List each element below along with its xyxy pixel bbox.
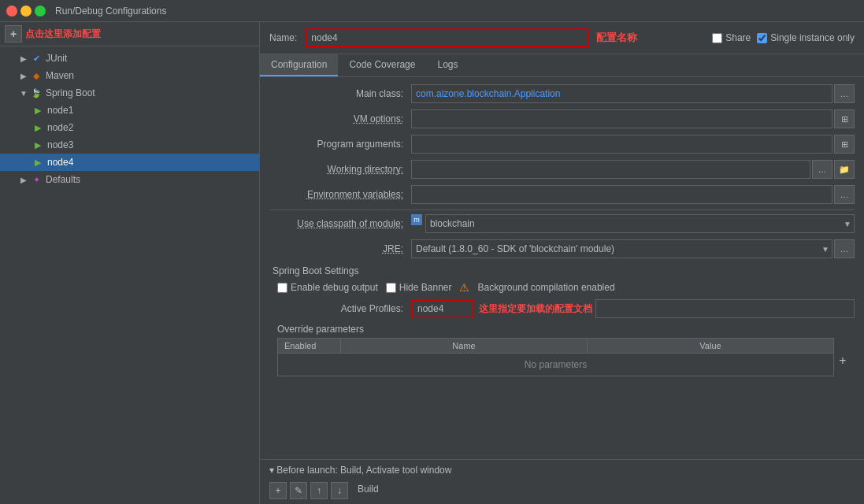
program-args-label: Program arguments: <box>269 139 411 150</box>
node2-icon: ▶ <box>32 121 44 134</box>
active-profiles-label: Active Profiles: <box>269 303 411 314</box>
env-vars-row: Environment variables: … <box>269 184 855 205</box>
sidebar-item-label-node4: node4 <box>47 157 73 168</box>
share-checkbox[interactable] <box>712 33 722 43</box>
maximize-button[interactable] <box>35 6 46 17</box>
launch-toolbar: + ✎ ↑ ↓ <box>269 482 348 499</box>
add-annotation: 点击这里添加配置 <box>25 28 101 41</box>
sidebar-item-maven[interactable]: ▶ ◆ Maven <box>0 67 259 84</box>
main-class-row: Main class: … <box>269 83 855 104</box>
springboot-arrow: ▼ <box>19 88 28 98</box>
name-annotation: 配置名称 <box>596 31 637 45</box>
vm-options-input[interactable] <box>411 109 832 128</box>
vm-options-expand-btn[interactable]: ⊞ <box>834 109 855 128</box>
params-header: Enabled Name Value <box>278 339 833 354</box>
jre-select[interactable]: Default (1.8.0_60 - SDK of 'blockchain' … <box>411 239 832 258</box>
debug-output-label: Enable debug output <box>291 282 378 293</box>
env-vars-browse-btn[interactable]: … <box>834 185 855 204</box>
bottom-section: ▾ Before launch: Build, Activate tool wi… <box>260 459 864 504</box>
tab-logs[interactable]: Logs <box>426 54 469 76</box>
override-params-section: Override parameters Enabled Name Value N… <box>269 324 855 376</box>
add-param-button[interactable]: + <box>836 354 850 368</box>
vm-options-label: VM options: <box>269 113 411 124</box>
before-launch-item: + ✎ ↑ ↓ Build <box>269 479 855 499</box>
jre-label: JRE: <box>269 243 411 254</box>
sidebar-item-defaults[interactable]: ▶ ✦ Defaults <box>0 171 259 188</box>
program-args-expand-btn[interactable]: ⊞ <box>834 135 855 154</box>
launch-up-btn[interactable]: ↑ <box>310 482 328 499</box>
sidebar-item-node1[interactable]: ▶ node1 <box>0 102 259 119</box>
profiles-annotation: 这里指定要加载的配置文档 <box>479 302 592 316</box>
sidebar-item-node2[interactable]: ▶ node2 <box>0 119 259 136</box>
form-area: Main class: … VM options: ⊞ Program argu… <box>260 77 864 459</box>
params-table: Enabled Name Value No parameters <box>277 338 834 376</box>
sidebar-item-label-springboot: Spring Boot <box>46 87 95 98</box>
sidebar-item-label-maven: Maven <box>46 70 74 81</box>
jre-browse-btn[interactable]: … <box>834 239 855 258</box>
defaults-arrow: ▶ <box>19 175 28 184</box>
sidebar-item-label-node3: node3 <box>47 139 73 150</box>
hide-banner-checkbox[interactable] <box>386 283 396 293</box>
maven-arrow: ▶ <box>19 71 28 80</box>
config-header: Name: 配置名称 Share Single instance only <box>260 22 864 54</box>
node4-icon: ▶ <box>32 156 44 169</box>
sidebar-item-springboot[interactable]: ▼ 🍃 Spring Boot <box>0 84 259 102</box>
tab-coverage[interactable]: Code Coverage <box>338 54 426 76</box>
close-button[interactable] <box>6 6 17 17</box>
working-dir-browse-btn[interactable]: … <box>812 160 832 179</box>
maven-icon: ◆ <box>30 69 43 82</box>
hide-banner-area[interactable]: Hide Banner <box>386 282 452 293</box>
col-value-header: Value <box>588 339 833 353</box>
params-wrapper: Enabled Name Value No parameters + <box>269 338 855 376</box>
sidebar-item-node4[interactable]: ▶ node4 <box>0 154 259 171</box>
junit-arrow: ▶ <box>19 54 28 63</box>
warning-icon: ⚠ <box>459 281 469 294</box>
classpath-select[interactable]: blockchain <box>425 214 855 233</box>
program-args-input[interactable] <box>411 135 832 154</box>
sidebar: + 点击这里添加配置 ▶ ✔ JUnit ▶ ◆ Maven ▼ � <box>0 22 260 504</box>
env-vars-label: Environment variables: <box>269 189 411 200</box>
no-params-text: No parameters <box>525 359 587 370</box>
sidebar-item-label-junit: JUnit <box>46 53 67 64</box>
launch-add-btn[interactable]: + <box>269 482 287 499</box>
single-instance-checkbox[interactable] <box>757 33 767 43</box>
override-params-title: Override parameters <box>269 324 855 335</box>
main-class-input[interactable] <box>411 84 832 103</box>
share-checkbox-area[interactable]: Share <box>712 32 751 43</box>
add-config-button[interactable]: + <box>5 25 22 43</box>
config-tree: ▶ ✔ JUnit ▶ ◆ Maven ▼ 🍃 Spring Boot <box>0 46 259 504</box>
sidebar-item-junit[interactable]: ▶ ✔ JUnit <box>0 50 259 67</box>
env-vars-input[interactable] <box>411 185 832 204</box>
debug-output-checkbox[interactable] <box>277 283 287 293</box>
active-profiles-input[interactable] <box>411 299 474 318</box>
right-panel: Name: 配置名称 Share Single instance only Co… <box>260 22 864 504</box>
active-profiles-rest-input[interactable] <box>595 299 855 318</box>
main-class-browse-btn[interactable]: … <box>834 84 855 103</box>
vm-options-row: VM options: ⊞ <box>269 109 855 129</box>
sidebar-item-node3[interactable]: ▶ node3 <box>0 136 259 154</box>
single-instance-checkbox-area[interactable]: Single instance only <box>757 32 855 43</box>
col-name-header: Name <box>341 339 588 353</box>
launch-edit-btn[interactable]: ✎ <box>290 482 307 499</box>
node1-icon: ▶ <box>32 104 44 117</box>
name-input[interactable] <box>305 28 588 47</box>
classpath-row: Use classpath of module: m blockchain ▼ <box>269 213 855 234</box>
before-launch-title: ▾ Before launch: Build, Activate tool wi… <box>269 465 855 476</box>
working-dir-row: Working directory: … 📁 <box>269 159 855 180</box>
build-label: Build <box>358 484 379 495</box>
working-dir-label: Working directory: <box>269 164 411 175</box>
working-dir-icon-btn[interactable]: 📁 <box>834 160 855 179</box>
single-instance-label: Single instance only <box>770 32 855 43</box>
minimize-button[interactable] <box>20 6 32 17</box>
launch-down-btn[interactable]: ↓ <box>331 482 348 499</box>
main-class-label: Main class: <box>269 88 411 99</box>
sidebar-item-label-defaults: Defaults <box>46 174 80 185</box>
spring-boot-settings-row: Enable debug output Hide Banner ⚠ Backgr… <box>269 281 855 294</box>
tab-configuration[interactable]: Configuration <box>260 54 338 76</box>
defaults-icon: ✦ <box>30 173 43 186</box>
hide-banner-label: Hide Banner <box>399 282 452 293</box>
debug-output-area[interactable]: Enable debug output <box>277 282 378 293</box>
params-body: No parameters <box>278 354 833 376</box>
working-dir-input[interactable] <box>411 160 810 179</box>
spring-boot-section-title: Spring Boot Settings <box>269 265 855 276</box>
